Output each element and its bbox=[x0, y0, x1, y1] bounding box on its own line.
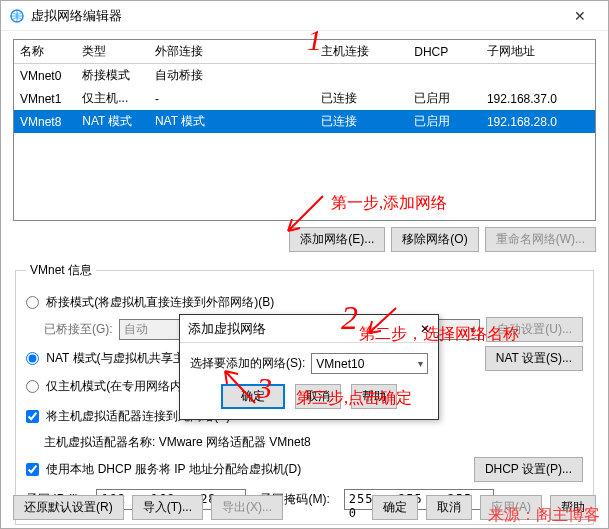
table-cell: 已连接 bbox=[315, 87, 408, 110]
table-cell: 192.168.37.0 bbox=[481, 87, 595, 110]
add-network-button[interactable]: 添加网络(E)... bbox=[289, 227, 385, 252]
export-button[interactable]: 导出(X)... bbox=[211, 495, 283, 520]
ok-button[interactable]: 确定 bbox=[372, 495, 418, 520]
popup-help-button[interactable]: 帮助 bbox=[351, 384, 397, 409]
chevron-down-icon: ▾ bbox=[418, 358, 423, 369]
table-cell bbox=[408, 64, 481, 88]
popup-cancel-button[interactable]: 取消 bbox=[295, 384, 341, 409]
host-adapter-label: 主机虚拟适配器名称: VMware 网络适配器 VMnet8 bbox=[44, 434, 311, 451]
popup-ok-button[interactable]: 确定 bbox=[221, 384, 285, 409]
table-cell: VMnet1 bbox=[14, 87, 76, 110]
title-bar: 虚拟网络编辑器 ✕ bbox=[1, 1, 608, 31]
chevron-down-icon: ▾ bbox=[470, 324, 475, 335]
table-cell: VMnet8 bbox=[14, 110, 76, 133]
app-icon bbox=[9, 8, 25, 24]
rename-network-button[interactable]: 重命名网络(W)... bbox=[485, 227, 596, 252]
table-cell: 桥接模式 bbox=[76, 64, 149, 88]
popup-prompt: 选择要添加的网络(S): bbox=[190, 355, 305, 372]
dhcp-settings-button[interactable]: DHCP 设置(P)... bbox=[474, 457, 583, 482]
network-buttons-row: 添加网络(E)... 移除网络(O) 重命名网络(W)... bbox=[13, 227, 596, 252]
table-cell: NAT 模式 bbox=[76, 110, 149, 133]
table-cell: 已启用 bbox=[408, 110, 481, 133]
nat-settings-button[interactable]: NAT 设置(S)... bbox=[485, 346, 583, 371]
restore-defaults-button[interactable]: 还原默认设置(R) bbox=[13, 495, 124, 520]
vmnet-info-legend: VMnet 信息 bbox=[26, 262, 96, 279]
table-cell: - bbox=[149, 87, 315, 110]
table-cell: 仅主机... bbox=[76, 87, 149, 110]
table-cell bbox=[481, 64, 595, 88]
column-header[interactable]: 主机连接 bbox=[315, 40, 408, 64]
popup-title: 添加虚拟网络 bbox=[188, 320, 420, 338]
column-header[interactable]: DHCP bbox=[408, 40, 481, 64]
table-row[interactable]: VMnet1仅主机...-已连接已启用192.168.37.0 bbox=[14, 87, 595, 110]
table-cell: NAT 模式 bbox=[149, 110, 315, 133]
remove-network-button[interactable]: 移除网络(O) bbox=[391, 227, 478, 252]
bridged-to-label: 已桥接至(G): bbox=[44, 321, 113, 338]
table-cell: VMnet0 bbox=[14, 64, 76, 88]
table-cell: 已连接 bbox=[315, 110, 408, 133]
column-header[interactable]: 子网地址 bbox=[481, 40, 595, 64]
popup-title-bar: 添加虚拟网络 ✕ bbox=[180, 315, 438, 343]
window-close-button[interactable]: ✕ bbox=[560, 1, 600, 31]
table-cell bbox=[315, 64, 408, 88]
table-cell: 自动桥接 bbox=[149, 64, 315, 88]
column-header[interactable]: 外部连接 bbox=[149, 40, 315, 64]
popup-network-combo[interactable]: VMnet10▾ bbox=[311, 353, 428, 374]
use-dhcp-check[interactable]: 使用本地 DHCP 服务将 IP 地址分配给虚拟机(D) bbox=[26, 461, 301, 478]
column-header[interactable]: 名称 bbox=[14, 40, 76, 64]
table-cell: 192.168.28.0 bbox=[481, 110, 595, 133]
window-body: 名称类型外部连接主机连接DHCP子网地址 VMnet0桥接模式自动桥接VMnet… bbox=[1, 31, 608, 529]
window-root: 虚拟网络编辑器 ✕ 名称类型外部连接主机连接DHCP子网地址 VMnet0桥接模… bbox=[0, 0, 609, 529]
import-button[interactable]: 导入(T)... bbox=[132, 495, 203, 520]
table-row[interactable]: VMnet0桥接模式自动桥接 bbox=[14, 64, 595, 88]
column-header[interactable]: 类型 bbox=[76, 40, 149, 64]
bridged-mode-radio[interactable]: 桥接模式(将虚拟机直接连接到外部网络)(B) bbox=[26, 294, 274, 311]
popup-close-button[interactable]: ✕ bbox=[420, 322, 430, 336]
auto-settings-button[interactable]: 自动设置(U)... bbox=[486, 317, 583, 342]
network-table[interactable]: 名称类型外部连接主机连接DHCP子网地址 VMnet0桥接模式自动桥接VMnet… bbox=[13, 39, 596, 221]
add-network-dialog: 添加虚拟网络 ✕ 选择要添加的网络(S): VMnet10▾ 确定 取消 帮助 bbox=[179, 314, 439, 420]
cancel-button[interactable]: 取消 bbox=[426, 495, 472, 520]
table-cell: 已启用 bbox=[408, 87, 481, 110]
watermark-text: 来源：阁主博客 bbox=[488, 505, 600, 526]
table-row[interactable]: VMnet8NAT 模式NAT 模式已连接已启用192.168.28.0 bbox=[14, 110, 595, 133]
window-title: 虚拟网络编辑器 bbox=[31, 7, 560, 25]
